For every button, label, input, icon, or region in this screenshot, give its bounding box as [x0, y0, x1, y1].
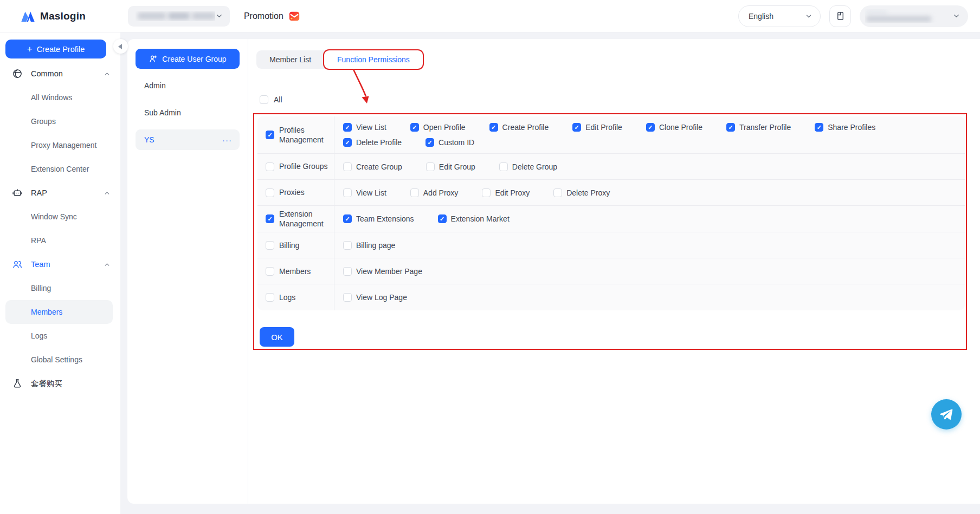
checkbox-checked[interactable]: [489, 123, 498, 132]
sidebar-item-billing[interactable]: Billing: [5, 276, 113, 300]
permission-view-list[interactable]: View List: [343, 123, 386, 132]
permission-billing-page[interactable]: Billing page: [343, 241, 395, 250]
sidebar-item-members[interactable]: Members: [5, 300, 113, 324]
sidebar-item-window-sync[interactable]: Window Sync: [5, 205, 113, 229]
sidebar-section-common[interactable]: Common: [0, 62, 120, 86]
permission-category: Logs: [257, 284, 334, 310]
permission-open-profile[interactable]: Open Profile: [410, 123, 466, 132]
permission-transfer-profile[interactable]: Transfer Profile: [726, 123, 791, 132]
chevron-up-icon[interactable]: [104, 70, 111, 77]
permission-edit-group[interactable]: Edit Group: [426, 162, 475, 171]
select-all-row[interactable]: All: [260, 95, 282, 104]
checkbox-checked[interactable]: [438, 214, 447, 223]
permission-extension-market[interactable]: Extension Market: [438, 214, 510, 223]
checkbox-checked[interactable]: [343, 214, 352, 223]
permission-label: Open Profile: [423, 123, 466, 132]
permission-share-profiles[interactable]: Share Profiles: [815, 123, 875, 132]
checkbox-unchecked[interactable]: [343, 267, 352, 276]
checkbox-checked[interactable]: [646, 123, 655, 132]
permission-add-proxy[interactable]: Add Proxy: [410, 188, 459, 197]
checkbox-unchecked[interactable]: [499, 162, 508, 171]
tab-function-permissions[interactable]: Function Permissions: [324, 50, 423, 69]
select-all-checkbox[interactable]: [260, 95, 268, 104]
user-account-selector[interactable]: [860, 5, 968, 27]
checkbox-checked[interactable]: [572, 123, 581, 132]
checkbox-checked[interactable]: [425, 138, 434, 147]
permission-create-group[interactable]: Create Group: [343, 162, 402, 171]
sidebar-section-rap[interactable]: RAP: [0, 181, 120, 205]
checkbox-unchecked[interactable]: [266, 293, 274, 302]
sidebar-item-rpa[interactable]: RPA: [5, 229, 113, 252]
permission-create-profile[interactable]: Create Profile: [489, 123, 549, 132]
sidebar-section-label: RAP: [31, 188, 104, 197]
checkbox-unchecked[interactable]: [266, 188, 274, 197]
sidebar-item-extension-center[interactable]: Extension Center: [5, 157, 113, 181]
permission-view-list[interactable]: View List: [343, 188, 386, 197]
sidebar-section-team[interactable]: Team: [0, 252, 120, 276]
permission-delete-profile[interactable]: Delete Profile: [343, 138, 402, 147]
permission-team-extensions[interactable]: Team Extensions: [343, 214, 414, 223]
create-profile-button[interactable]: + Create Profile: [5, 40, 106, 58]
checkbox-unchecked[interactable]: [266, 162, 274, 171]
checkbox-unchecked[interactable]: [343, 188, 352, 197]
create-user-group-button[interactable]: Create User Group: [136, 49, 240, 69]
permission-label: Billing page: [356, 241, 395, 250]
checkbox-checked[interactable]: [726, 123, 735, 132]
checkbox-unchecked[interactable]: [343, 293, 352, 302]
checkbox-unchecked[interactable]: [482, 188, 491, 197]
user-group-sub-admin[interactable]: Sub Admin: [136, 102, 240, 123]
document-button[interactable]: [829, 5, 851, 27]
language-selector[interactable]: English: [738, 5, 821, 27]
promotion-link[interactable]: Promotion: [244, 10, 300, 22]
permission-label: Create Group: [356, 162, 402, 171]
checkbox-unchecked[interactable]: [343, 162, 352, 171]
permission-edit-profile[interactable]: Edit Profile: [572, 123, 622, 132]
sidebar-collapse-button[interactable]: [113, 39, 128, 54]
permission-category-label: Extension Management: [279, 209, 330, 229]
sidebar-item-all-windows[interactable]: All Windows: [5, 86, 113, 109]
sidebar-item-global-settings[interactable]: Global Settings: [5, 348, 113, 372]
ok-button[interactable]: OK: [260, 327, 294, 347]
checkbox-unchecked[interactable]: [266, 267, 274, 276]
permission-category-label: Proxies: [279, 187, 305, 197]
permission-custom-id[interactable]: Custom ID: [425, 138, 474, 147]
permission-label: Delete Proxy: [566, 188, 610, 197]
user-group-admin[interactable]: Admin: [136, 75, 240, 96]
sidebar-item-package-purchase[interactable]: 套餐购买: [0, 372, 120, 395]
permission-label: Custom ID: [439, 138, 474, 147]
checkbox-unchecked[interactable]: [553, 188, 562, 197]
permission-row-profiles-management: Profiles ManagementView ListOpen Profile…: [257, 116, 965, 154]
permission-edit-proxy[interactable]: Edit Proxy: [482, 188, 530, 197]
more-icon[interactable]: ···: [222, 135, 232, 145]
user-group-ys[interactable]: YS···: [136, 129, 240, 150]
checkbox-checked[interactable]: [266, 131, 274, 139]
telegram-button[interactable]: [931, 399, 962, 430]
sidebar-section-label: Common: [31, 69, 104, 78]
checkbox-checked[interactable]: [343, 123, 352, 132]
checkbox-checked[interactable]: [343, 138, 352, 147]
promotion-gift-icon: [288, 10, 300, 22]
sidebar-item-proxy-management[interactable]: Proxy Management: [5, 133, 113, 157]
checkbox-unchecked[interactable]: [266, 241, 274, 250]
checkbox-checked[interactable]: [815, 123, 823, 132]
permission-view-member-page[interactable]: View Member Page: [343, 267, 422, 276]
permission-clone-profile[interactable]: Clone Profile: [646, 123, 702, 132]
chevron-up-icon[interactable]: [104, 261, 111, 268]
permission-delete-group[interactable]: Delete Group: [499, 162, 557, 171]
checkbox-checked[interactable]: [266, 214, 274, 223]
workspace-selector[interactable]: [128, 6, 230, 27]
tab-member-list[interactable]: Member List: [256, 50, 324, 69]
permission-category: Profiles Management: [257, 116, 334, 153]
sidebar-item-groups[interactable]: Groups: [5, 109, 113, 133]
permission-delete-proxy[interactable]: Delete Proxy: [553, 188, 610, 197]
checkbox-unchecked[interactable]: [410, 188, 419, 197]
sidebar-item-logs[interactable]: Logs: [5, 324, 113, 348]
chevron-up-icon[interactable]: [104, 190, 111, 197]
permission-label: Edit Group: [439, 162, 475, 171]
permission-row-extension-management: Extension ManagementTeam ExtensionsExten…: [257, 206, 965, 232]
permission-label: View List: [356, 123, 386, 132]
checkbox-checked[interactable]: [410, 123, 419, 132]
checkbox-unchecked[interactable]: [343, 241, 352, 250]
permission-view-log-page[interactable]: View Log Page: [343, 293, 407, 302]
checkbox-unchecked[interactable]: [426, 162, 435, 171]
